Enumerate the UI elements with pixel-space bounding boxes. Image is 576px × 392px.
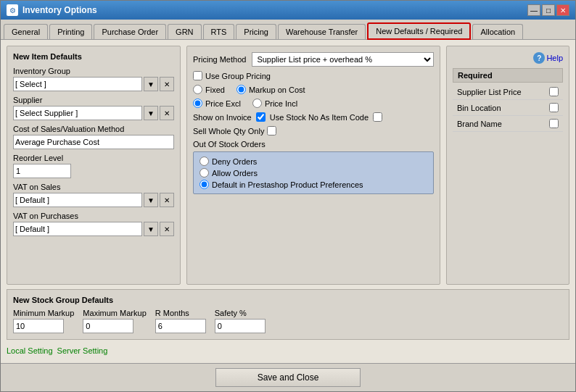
price-excl-incl-row: Price Excl Price Incl — [193, 99, 434, 108]
use-group-pricing-row: Use Group Pricing — [193, 71, 434, 80]
req-bin-location-checkbox[interactable] — [549, 103, 559, 112]
minimize-button[interactable]: — — [527, 4, 540, 16]
fixed-radio[interactable] — [193, 85, 202, 94]
use-stock-label: Use Stock No As Item Code — [270, 113, 369, 122]
pricing-panel: Pricing Method Supplier List price + ove… — [186, 46, 440, 285]
inventory-group-clear-btn[interactable]: ✕ — [160, 77, 174, 91]
cost-method-group: Cost of Sales/Valuation Method Average P… — [13, 125, 174, 149]
stock-group-title: New Stock Group Defaults — [13, 296, 563, 304]
main-window: ⚙ Inventory Options — □ ✕ General Printi… — [0, 0, 576, 392]
supplier-clear-btn[interactable]: ✕ — [160, 106, 174, 120]
supplier-group: Supplier ▼ ✕ — [13, 96, 174, 120]
vat-purchases-dropdown-btn[interactable]: ▼ — [144, 222, 158, 236]
help-label: Help — [546, 54, 563, 62]
reorder-group: Reorder Level — [13, 154, 174, 178]
pricing-method-title: Pricing Method — [193, 55, 246, 64]
req-supplier-list-price: Supplier List Price — [453, 84, 563, 100]
save-and-close-button[interactable]: Save and Close — [215, 368, 361, 387]
sell-whole-qty-row: Sell Whole Qty Only — [193, 126, 434, 135]
show-on-invoice-label: Show on Invoice — [193, 113, 252, 122]
req-supplier-list-price-checkbox[interactable] — [549, 87, 559, 96]
help-icon: ? — [533, 52, 545, 64]
price-incl-radio[interactable] — [252, 99, 262, 108]
safety-label: Safety % — [215, 309, 266, 317]
inventory-group-group: Inventory Group ▼ ✕ — [13, 67, 174, 91]
footer-links: Local Setting Server Setting — [7, 344, 569, 357]
tab-warehouse-transfer[interactable]: Warehouse Transfer — [278, 24, 366, 39]
markup-on-cost-radio[interactable] — [236, 85, 246, 94]
vat-sales-dropdown-btn[interactable]: ▼ — [144, 193, 158, 207]
req-supplier-list-price-label: Supplier List Price — [457, 88, 522, 96]
max-markup-input[interactable] — [83, 319, 133, 333]
cost-method-select[interactable]: Average Purchase Cost — [13, 135, 174, 149]
reorder-label: Reorder Level — [13, 154, 174, 162]
req-bin-location-label: Bin Location — [457, 104, 501, 112]
vat-sales-clear-btn[interactable]: ✕ — [160, 193, 174, 207]
sell-whole-qty-label: Sell Whole Qty Only — [193, 127, 264, 135]
vat-sales-group: VAT on Sales ▼ ✕ — [13, 183, 174, 207]
fixed-label: Fixed — [205, 86, 225, 94]
price-excl-label: Price Excl — [205, 99, 241, 108]
tab-purchase-order[interactable]: Purchase Order — [94, 24, 166, 39]
tab-grn[interactable]: GRN — [168, 24, 201, 39]
min-markup-field: Minimum Markup — [13, 309, 74, 333]
tab-allocation[interactable]: Allocation — [472, 24, 523, 39]
req-bin-location: Bin Location — [453, 100, 563, 116]
supplier-dropdown-btn[interactable]: ▼ — [144, 106, 158, 120]
window-controls: — □ ✕ — [527, 4, 569, 16]
r-months-field: R Months — [155, 309, 206, 333]
pricing-method-select[interactable]: Supplier List price + overhead % — [252, 52, 434, 67]
use-group-pricing-checkbox[interactable] — [193, 71, 202, 80]
tab-printing[interactable]: Printing — [49, 24, 92, 39]
use-group-pricing-label: Use Group Pricing — [205, 72, 271, 80]
tab-pricing[interactable]: Pricing — [236, 24, 276, 39]
inventory-group-dropdown-btn[interactable]: ▼ — [144, 77, 158, 91]
deny-orders-radio[interactable] — [199, 157, 209, 166]
price-excl-radio[interactable] — [193, 99, 202, 108]
title-bar: ⚙ Inventory Options — □ ✕ — [1, 1, 575, 20]
help-link[interactable]: ? Help — [533, 52, 563, 64]
r-months-input[interactable] — [155, 319, 206, 333]
default-prestashop-option: Default in Prestashop Product Preference… — [199, 180, 427, 189]
maximize-button[interactable]: □ — [542, 4, 555, 16]
sell-whole-qty-checkbox[interactable] — [267, 126, 276, 135]
vat-purchases-group: VAT on Purchases ▼ ✕ — [13, 212, 174, 236]
vat-sales-label: VAT on Sales — [13, 183, 174, 191]
oos-title: Out Of Stock Orders — [193, 140, 434, 149]
req-brand-name-checkbox[interactable] — [549, 119, 559, 128]
close-button[interactable]: ✕ — [556, 4, 569, 16]
required-header: Required — [453, 68, 563, 83]
allow-orders-label: Allow Orders — [212, 169, 258, 178]
inventory-group-input[interactable] — [13, 77, 142, 91]
deny-orders-option: Deny Orders — [199, 157, 427, 166]
cost-method-label: Cost of Sales/Valuation Method — [13, 125, 174, 133]
tab-general[interactable]: General — [4, 24, 48, 39]
max-markup-field: Maximum Markup — [83, 309, 146, 333]
vat-sales-input[interactable] — [13, 193, 142, 207]
use-stock-checkbox[interactable] — [373, 112, 382, 122]
default-prestashop-label: Default in Prestashop Product Preference… — [212, 180, 363, 189]
local-setting-link[interactable]: Local Setting — [7, 346, 53, 355]
r-months-label: R Months — [155, 309, 206, 317]
max-markup-label: Maximum Markup — [83, 309, 146, 317]
reorder-input[interactable] — [13, 164, 71, 178]
server-setting-link[interactable]: Server Setting — [57, 346, 108, 355]
new-item-defaults-panel: New Item Defaults Inventory Group ▼ ✕ Su… — [7, 46, 181, 285]
new-item-defaults-title: New Item Defaults — [13, 52, 174, 61]
vat-purchases-input[interactable] — [13, 222, 142, 236]
default-prestashop-radio[interactable] — [199, 180, 209, 189]
vat-purchases-label: VAT on Purchases — [13, 212, 174, 220]
allow-orders-radio[interactable] — [199, 168, 209, 178]
window-title: Inventory Options — [22, 5, 97, 15]
safety-input[interactable] — [215, 319, 266, 333]
vat-purchases-clear-btn[interactable]: ✕ — [160, 222, 174, 236]
stock-group-panel: New Stock Group Defaults Minimum Markup … — [7, 289, 569, 340]
min-markup-input[interactable] — [13, 319, 64, 333]
safety-field: Safety % — [215, 309, 266, 333]
tab-new-defaults-required[interactable]: New Defaults / Required — [367, 22, 471, 40]
supplier-input[interactable] — [13, 106, 142, 120]
tab-rts[interactable]: RTS — [203, 24, 235, 39]
show-on-invoice-checkbox[interactable] — [256, 112, 266, 122]
oos-options-panel: Deny Orders Allow Orders Default in Pres… — [193, 151, 434, 194]
fixed-markup-row: Fixed Markup on Cost — [193, 85, 434, 94]
